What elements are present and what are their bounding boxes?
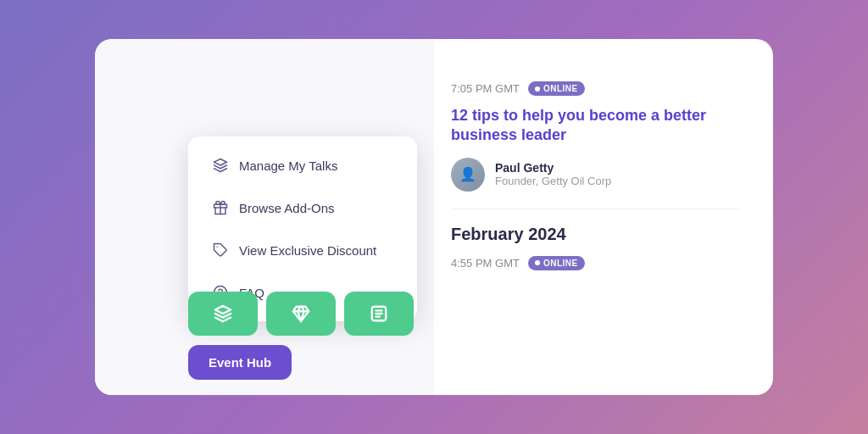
menu-manage-talks-label: Manage My Talks (239, 159, 337, 173)
online-dot-2 (535, 260, 540, 265)
session-1-time-row: 7:05 PM GMT ONLINE (451, 81, 739, 96)
action-btn-diamond[interactable] (266, 292, 336, 336)
speaker-title-1: Founder, Getty Oil Corp (495, 175, 611, 187)
svg-marker-6 (215, 306, 231, 314)
date-separator: February 2024 (451, 209, 739, 251)
menu-item-manage-talks[interactable]: Manage My Talks (195, 145, 410, 186)
online-badge-1: ONLINE (528, 81, 585, 96)
speaker-row-1: 👤 Paul Getty Founder, Getty Oil Corp (451, 158, 739, 192)
main-card: 7:05 PM GMT ONLINE 12 tips to help you b… (95, 39, 773, 395)
speaker-info-1: Paul Getty Founder, Getty Oil Corp (495, 161, 611, 187)
action-btn-layers[interactable] (188, 292, 258, 336)
session-2-time: 4:55 PM GMT (451, 257, 520, 270)
svg-marker-0 (214, 159, 227, 166)
event-hub-button[interactable]: Event Hub (188, 345, 292, 380)
menu-view-discount-label: View Exclusive Discount (239, 243, 376, 258)
action-btn-ab[interactable] (344, 292, 414, 336)
session-1-time: 7:05 PM GMT (451, 82, 520, 95)
menu-item-view-discount[interactable]: View Exclusive Discount (195, 230, 410, 270)
online-dot-1 (535, 86, 540, 92)
session-1: 7:05 PM GMT ONLINE 12 tips to help you b… (451, 64, 739, 209)
tag-icon (212, 242, 229, 259)
layers-icon (212, 157, 229, 174)
action-buttons-row (188, 292, 414, 336)
session-1-title: 12 tips to help you become a better busi… (451, 106, 739, 146)
session-2-time-row: 4:55 PM GMT ONLINE (451, 251, 739, 270)
gift-icon (212, 199, 229, 216)
speaker-avatar-1: 👤 (451, 158, 485, 192)
speaker-name-1: Paul Getty (495, 161, 611, 175)
menu-browse-addons-label: Browse Add-Ons (239, 201, 335, 215)
online-label-1: ONLINE (543, 84, 578, 93)
online-label-2: ONLINE (543, 259, 578, 268)
online-badge-2: ONLINE (528, 256, 585, 270)
menu-item-browse-addons[interactable]: Browse Add-Ons (195, 187, 410, 228)
